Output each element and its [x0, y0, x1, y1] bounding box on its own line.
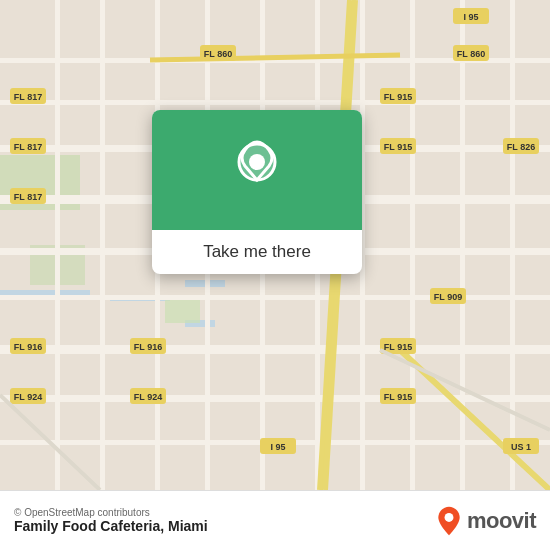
svg-text:FL 915: FL 915 — [384, 342, 412, 352]
svg-text:FL 860: FL 860 — [204, 49, 232, 59]
location-popup: Take me there — [152, 110, 362, 274]
svg-text:FL 860: FL 860 — [457, 49, 485, 59]
svg-text:FL 826: FL 826 — [507, 142, 535, 152]
svg-point-71 — [444, 513, 453, 522]
svg-rect-25 — [460, 0, 465, 490]
bottom-bar: © OpenStreetMap contributors Family Food… — [0, 490, 550, 550]
svg-text:FL 817: FL 817 — [14, 192, 42, 202]
svg-point-70 — [249, 154, 265, 170]
svg-text:I 95: I 95 — [463, 12, 478, 22]
copyright-text: © OpenStreetMap contributors — [14, 507, 208, 518]
svg-text:FL 817: FL 817 — [14, 142, 42, 152]
svg-rect-14 — [0, 345, 550, 354]
svg-rect-26 — [510, 0, 515, 490]
popup-header — [152, 110, 362, 230]
svg-text:US 1: US 1 — [511, 442, 531, 452]
svg-text:I 95: I 95 — [270, 442, 285, 452]
svg-text:FL 909: FL 909 — [434, 292, 462, 302]
moovit-logo: moovit — [435, 505, 536, 537]
svg-text:FL 817: FL 817 — [14, 92, 42, 102]
take-me-there-button[interactable]: Take me there — [187, 230, 327, 274]
svg-text:FL 916: FL 916 — [14, 342, 42, 352]
location-name: Family Food Cafeteria, Miami — [14, 518, 208, 534]
svg-text:FL 924: FL 924 — [134, 392, 162, 402]
svg-rect-13 — [0, 295, 550, 300]
moovit-brand-text: moovit — [467, 508, 536, 534]
location-pin-icon — [232, 140, 282, 200]
svg-text:FL 915: FL 915 — [384, 142, 412, 152]
svg-rect-17 — [55, 0, 60, 490]
svg-text:FL 924: FL 924 — [14, 392, 42, 402]
svg-text:FL 915: FL 915 — [384, 92, 412, 102]
moovit-pin-icon — [435, 505, 463, 537]
map-area: I 95 FL 860 FL 860 FL 817 FL 817 FL 817 … — [0, 0, 550, 490]
svg-rect-24 — [410, 0, 415, 490]
svg-rect-18 — [100, 0, 105, 490]
svg-text:FL 916: FL 916 — [134, 342, 162, 352]
bottom-left-info: © OpenStreetMap contributors Family Food… — [14, 507, 208, 534]
svg-rect-9 — [0, 100, 550, 105]
svg-rect-15 — [0, 395, 550, 402]
svg-text:FL 915: FL 915 — [384, 392, 412, 402]
